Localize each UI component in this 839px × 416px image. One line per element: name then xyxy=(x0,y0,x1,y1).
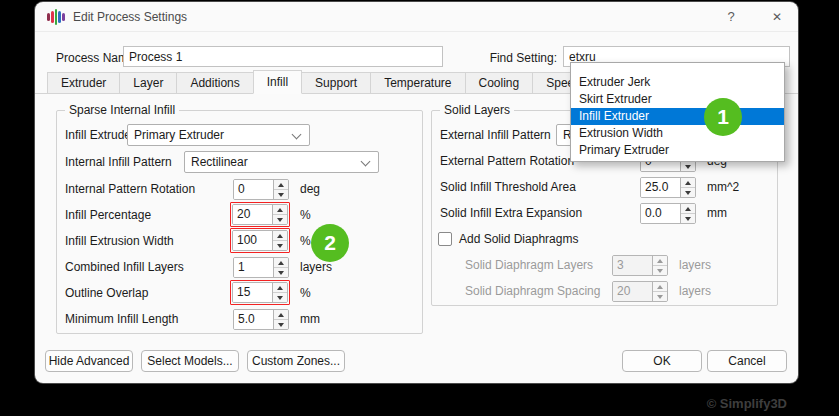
highlight-box: 15 xyxy=(230,280,290,305)
ok-button[interactable]: OK xyxy=(622,350,702,372)
spin-up-icon[interactable] xyxy=(273,205,287,215)
unit-label: mm xyxy=(707,206,727,220)
simplify3d-logo-icon xyxy=(47,8,65,26)
combined-infill-layers-row: Combined Infill Layers 1 layers xyxy=(57,256,422,280)
spin-down-icon[interactable] xyxy=(274,190,288,199)
popup-item-primary-extruder[interactable]: Primary Extruder xyxy=(571,142,784,159)
unit-label: mm xyxy=(300,312,320,326)
sparse-internal-infill-group: Sparse Internal Infill Infill Extruder P… xyxy=(56,110,423,334)
spin-down-icon[interactable] xyxy=(273,241,287,250)
spin-up-icon xyxy=(653,256,667,266)
spin-down-icon xyxy=(653,292,667,301)
tab-support[interactable]: Support xyxy=(301,72,371,93)
infill-percentage-stepper[interactable]: 20 xyxy=(232,204,288,225)
annotation-badge-2: 2 xyxy=(311,224,349,262)
chevron-down-icon xyxy=(292,130,302,140)
unit-label: layers xyxy=(679,284,711,298)
spin-up-icon[interactable] xyxy=(274,258,288,268)
spin-up-icon[interactable] xyxy=(273,283,287,293)
spin-down-icon[interactable] xyxy=(681,188,695,197)
field-label: Infill Extrusion Width xyxy=(65,234,174,248)
unit-label: % xyxy=(300,234,311,248)
chevron-down-icon xyxy=(361,157,371,167)
tab-additions[interactable]: Additions xyxy=(176,72,253,93)
infill-extrusion-width-stepper[interactable]: 100 xyxy=(232,230,288,251)
field-label: Infill Extruder xyxy=(65,128,135,142)
unit-label: % xyxy=(300,208,311,222)
internal-pattern-rotation-row: Internal Pattern Rotation 0 deg xyxy=(57,178,422,202)
solid-infill-threshold-area-row: Solid Infill Threshold Area 25.0 mm^2 xyxy=(432,176,777,200)
close-icon[interactable]: ✕ xyxy=(762,8,792,26)
outline-overlap-stepper[interactable]: 15 xyxy=(232,282,288,303)
solid-infill-threshold-area-stepper[interactable]: 25.0 xyxy=(640,177,696,198)
spin-down-icon xyxy=(653,266,667,275)
highlight-box: 20 xyxy=(230,202,290,227)
spin-up-icon[interactable] xyxy=(273,231,287,241)
popup-item-infill-extruder[interactable]: Infill Extruder xyxy=(571,108,784,125)
tab-extruder[interactable]: Extruder xyxy=(47,72,120,93)
add-solid-diaphragms-row: Add Solid Diaphragms xyxy=(432,228,777,252)
find-setting-results-popup: Extruder Jerk Skirt Extruder Infill Extr… xyxy=(570,62,785,162)
tab-layer[interactable]: Layer xyxy=(119,72,177,93)
dialog-title: Edit Process Settings xyxy=(73,10,187,24)
hide-advanced-button[interactable]: Hide Advanced xyxy=(45,350,133,372)
spin-down-icon[interactable] xyxy=(274,320,288,329)
spin-down-icon[interactable] xyxy=(681,162,695,171)
add-solid-diaphragms-checkbox[interactable] xyxy=(438,232,452,246)
field-label: Internal Infill Pattern xyxy=(65,155,172,169)
spin-down-icon[interactable] xyxy=(273,293,287,302)
field-label: Solid Infill Threshold Area xyxy=(440,180,576,194)
field-label: External Pattern Rotation xyxy=(440,154,574,168)
spin-down-icon[interactable] xyxy=(274,268,288,277)
unit-label: mm^2 xyxy=(707,180,739,194)
spin-up-icon[interactable] xyxy=(274,180,288,190)
cancel-button[interactable]: Cancel xyxy=(707,350,787,372)
field-label: Solid Diaphragm Layers xyxy=(465,258,593,272)
spin-up-icon xyxy=(653,282,667,292)
help-icon[interactable]: ? xyxy=(716,8,746,26)
solid-diaphragm-spacing-row: Solid Diaphragm Spacing 20 layers xyxy=(432,280,777,304)
field-label: Outline Overlap xyxy=(65,286,148,300)
custom-zones-button[interactable]: Custom Zones... xyxy=(247,350,345,372)
internal-infill-pattern-select[interactable]: Rectilinear xyxy=(184,151,379,173)
minimum-infill-length-row: Minimum Infill Length 5.0 mm xyxy=(57,308,422,332)
spin-down-icon[interactable] xyxy=(273,215,287,224)
field-label: Combined Infill Layers xyxy=(65,260,184,274)
spin-up-icon[interactable] xyxy=(681,178,695,188)
infill-extruder-select[interactable]: Primary Extruder xyxy=(127,124,310,146)
select-models-button[interactable]: Select Models... xyxy=(141,350,239,372)
tab-cooling[interactable]: Cooling xyxy=(465,72,534,93)
tab-infill[interactable]: Infill xyxy=(253,70,302,94)
popup-item-extrusion-width[interactable]: Extrusion Width xyxy=(571,125,784,142)
unit-label: layers xyxy=(300,260,332,274)
unit-label: layers xyxy=(679,258,711,272)
find-setting-label: Find Setting: xyxy=(480,48,557,68)
minimum-infill-length-stepper[interactable]: 5.0 xyxy=(233,309,289,330)
unit-label: deg xyxy=(300,182,320,196)
internal-pattern-rotation-stepper[interactable]: 0 xyxy=(233,179,289,200)
popup-item-skirt-extruder[interactable]: Skirt Extruder xyxy=(571,91,784,108)
solid-diaphragm-spacing-stepper: 20 xyxy=(612,281,668,302)
infill-extruder-row: Infill Extruder Primary Extruder xyxy=(57,124,422,148)
title-bar[interactable]: Edit Process Settings ? ✕ xyxy=(35,2,798,32)
simplify3d-watermark: © Simplify3D xyxy=(707,396,787,411)
spin-up-icon[interactable] xyxy=(274,310,288,320)
field-label: Solid Infill Extra Expansion xyxy=(440,206,582,220)
popup-item-extruder-jerk[interactable]: Extruder Jerk xyxy=(571,74,784,91)
tab-temperature[interactable]: Temperature xyxy=(370,72,465,93)
process-name-input[interactable] xyxy=(123,46,443,67)
screenshot-background: Edit Process Settings ? ✕ Process Name F… xyxy=(0,0,839,416)
field-label: Internal Pattern Rotation xyxy=(65,182,195,196)
outline-overlap-row: Outline Overlap 15 % xyxy=(57,282,422,306)
annotation-badge-1: 1 xyxy=(704,98,742,136)
solid-infill-extra-expansion-stepper[interactable]: 0.0 xyxy=(640,203,696,224)
infill-extrusion-width-row: Infill Extrusion Width 100 % xyxy=(57,230,422,254)
group-title: Solid Layers xyxy=(440,103,514,117)
field-label: Solid Diaphragm Spacing xyxy=(465,284,600,298)
spin-up-icon[interactable] xyxy=(681,204,695,214)
combined-infill-layers-stepper[interactable]: 1 xyxy=(233,257,289,278)
solid-diaphragm-layers-row: Solid Diaphragm Layers 3 layers xyxy=(432,254,777,278)
spin-down-icon[interactable] xyxy=(681,214,695,223)
field-label: External Infill Pattern xyxy=(440,128,551,142)
infill-percentage-row: Infill Percentage 20 % xyxy=(57,204,422,228)
